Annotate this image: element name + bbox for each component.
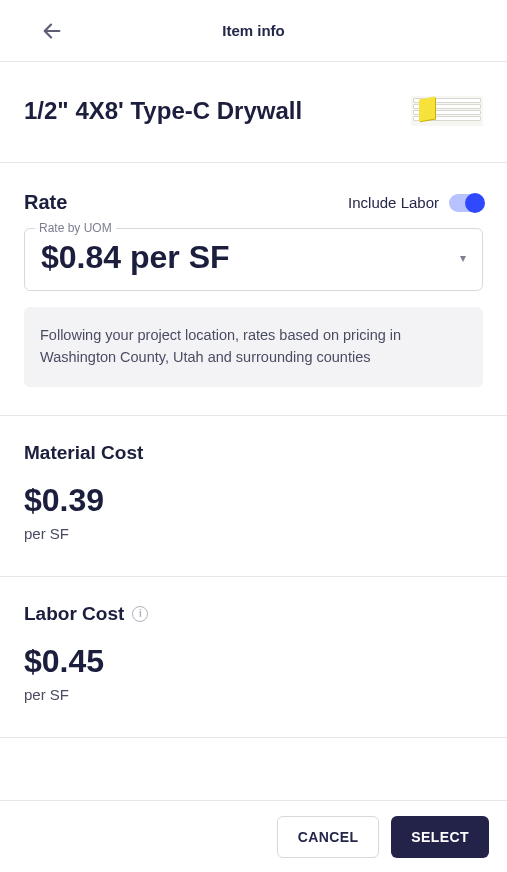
labor-cost-section: Labor Cost i $0.45 per SF (0, 577, 507, 738)
labor-cost-unit: per SF (24, 686, 483, 703)
chevron-down-icon: ▾ (460, 251, 466, 265)
arrow-left-icon (41, 20, 63, 42)
item-thumbnail (411, 96, 483, 126)
header: Item info (0, 0, 507, 62)
toggle-knob-icon (465, 193, 485, 213)
rate-info-banner: Following your project location, rates b… (24, 307, 483, 387)
cancel-button[interactable]: CANCEL (277, 816, 380, 858)
labor-cost-value: $0.45 (24, 643, 483, 680)
include-labor-label: Include Labor (348, 194, 439, 211)
labor-cost-title: Labor Cost (24, 603, 124, 625)
back-button[interactable] (34, 13, 70, 49)
rate-heading: Rate (24, 191, 67, 214)
material-cost-title: Material Cost (24, 442, 143, 464)
include-labor-toggle[interactable] (449, 194, 483, 212)
include-labor-control: Include Labor (348, 194, 483, 212)
material-cost-value: $0.39 (24, 482, 483, 519)
page-title: Item info (0, 22, 507, 39)
select-button[interactable]: SELECT (391, 816, 489, 858)
select-legend: Rate by UOM (35, 221, 116, 235)
material-cost-section: Material Cost $0.39 per SF (0, 416, 507, 577)
rate-uom-select[interactable]: Rate by UOM $0.84 per SF ▾ (24, 228, 483, 291)
info-icon[interactable]: i (132, 606, 148, 622)
rate-section: Rate Include Labor Rate by UOM $0.84 per… (0, 163, 507, 416)
item-title: 1/2" 4X8' Type-C Drywall (24, 97, 302, 125)
material-cost-unit: per SF (24, 525, 483, 542)
rate-header: Rate Include Labor (24, 191, 483, 214)
footer-bar: CANCEL SELECT (0, 800, 507, 872)
item-title-row: 1/2" 4X8' Type-C Drywall (0, 62, 507, 163)
rate-select-value: $0.84 per SF (41, 239, 230, 276)
